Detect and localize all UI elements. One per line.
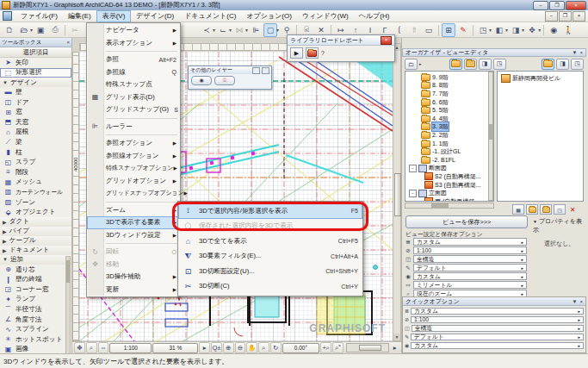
toolbox-close-icon[interactable]: × [66, 40, 70, 45]
layers-palette-button[interactable] [252, 67, 260, 74]
menuitem-elements-in-3d[interactable]: 3Dで表示する要素▶ [87, 216, 180, 229]
section-view-icon[interactable]: ◨ [509, 23, 523, 37]
properties-toggle[interactable]: ▼ プロパティを表示 [533, 217, 586, 234]
setting-row-penset[interactable]: ✎ デフォルト▸ [405, 264, 527, 271]
menu-help[interactable]: ヘルプ(H) [354, 10, 395, 22]
zoom-window-icon[interactable]: ⌕ [258, 342, 269, 353]
tool-slab[interactable]: ◱スラブ [0, 157, 71, 167]
submenuitem-3d-element-filter[interactable]: ⧨ 3D要素フィルタ(E)...Ctrl+Alt+A [178, 249, 362, 265]
lift-icon[interactable]: ⇑ [407, 23, 421, 37]
pen-icon[interactable]: ✎ [456, 23, 470, 37]
setting-row-layers[interactable]: ≣ カスタム▸ [405, 238, 527, 246]
tool-radial-dim[interactable]: ⌒半径寸法 [0, 304, 71, 315]
menuitem-grid-display[interactable]: ▦グリッド表示(D) [87, 91, 180, 104]
mdi-close-button[interactable]: × [573, 11, 585, 22]
group-more[interactable]: ▼追加 [0, 255, 71, 265]
library-palette-close-icon[interactable]: × [381, 36, 392, 45]
pan-hand-icon[interactable]: ✋ [246, 342, 257, 353]
menu-view[interactable]: 表示(V) [96, 10, 132, 22]
tool-lamp[interactable]: ✦ランプ [0, 295, 71, 305]
new-folder-button[interactable] [526, 204, 538, 215]
quick-options-collapse-icon[interactable]: ▼ [573, 299, 578, 304]
menuitem-reference-options[interactable]: 参照線オプション▶ [87, 150, 180, 163]
tool-column[interactable]: ▮柱 [0, 147, 71, 158]
fillet-icon[interactable]: ⊫ [249, 23, 263, 37]
save-folder-button[interactable] [540, 204, 552, 215]
menuitem-explore[interactable]: ✥移動 [87, 259, 180, 271]
group-cable[interactable]: ▶ケーブル [0, 236, 71, 246]
submenuitem-3d-cutaway[interactable]: ✂ 3D切断(C)Ctrl+Y [178, 279, 362, 295]
grid-snap-icon[interactable]: ⊞ [442, 23, 455, 37]
layer-show-button[interactable]: ◉ [191, 76, 212, 85]
tool-corner-window[interactable]: ◲コーナー窓 [0, 284, 71, 295]
menu-file[interactable]: ファイル(F) [15, 10, 63, 22]
organizer-close-icon[interactable]: × [579, 50, 583, 55]
layoutbook-tab-button[interactable] [464, 59, 477, 70]
settings-button[interactable]: ◳ [554, 204, 566, 215]
open-icon[interactable]: 🗁 [17, 23, 31, 37]
menuitem-grid-options[interactable]: グリッドオプション▶ [87, 175, 180, 188]
rotation-display[interactable]: 0.00° [282, 343, 320, 353]
plan-view-icon[interactable]: ◳ [476, 23, 490, 37]
zoom-plusminus-icon[interactable]: Q± [211, 342, 222, 353]
rotate-view-icon[interactable]: ↻ [270, 342, 282, 353]
title-bar[interactable]: 新静岡X7Y1 - Graphisoft ArchiCAD-64 13 DEMO… [0, 0, 588, 10]
tool-roof[interactable]: ⌂屋根 [0, 128, 71, 138]
tool-spline[interactable]: ∿スプライン [0, 324, 71, 334]
tool-wall-end[interactable]: ❙壁の終端 [0, 275, 71, 285]
tool-hotspot[interactable]: ✳ホットスポット [0, 334, 71, 345]
tool-mesh[interactable]: ▦メッシュ [0, 178, 71, 188]
right-publisher-tab-button[interactable]: ◳ [571, 59, 584, 70]
submenuitem-3d-cutting-planes[interactable]: ⊡ 3D切断面設定(U)...Ctrl+Shift+Y [178, 264, 362, 279]
tree-item[interactable]: -1. 設計GL [407, 147, 493, 156]
tree-item[interactable]: 西 (自動再構築... [407, 197, 493, 202]
menu-options[interactable]: オプション(O) [241, 10, 297, 22]
layer-lock-button[interactable]: ⚿ [214, 76, 235, 85]
quick-row-scale[interactable]: ⊘ 1:100▸ [405, 315, 584, 324]
adjust-icon[interactable]: ⌙ [216, 23, 230, 37]
quick-options-close-icon[interactable]: × [579, 299, 583, 304]
zoom-out-icon[interactable]: ⊖ [235, 342, 246, 353]
zoom-menu-arrow[interactable]: ▸ [199, 342, 210, 353]
walk-icon[interactable]: 🚶 [561, 23, 575, 37]
menu-window[interactable]: ウィンドウ(W) [297, 10, 354, 22]
scale-display[interactable]: 1:100 [109, 343, 152, 353]
quick-row-penset[interactable]: ✎ デフォルト▸ [405, 333, 584, 341]
tool-window[interactable]: ⊞窓 [0, 107, 71, 117]
tool-object[interactable]: ⬙オブジェクト [0, 207, 71, 217]
tool-wall[interactable]: ▬壁 [0, 87, 71, 97]
horizontal-scroll-thumb[interactable] [359, 345, 381, 351]
trim-icon[interactable]: ≺ [200, 23, 214, 37]
print-icon[interactable]: ⎙ [48, 23, 62, 37]
tree-item[interactable]: 9. 9階 [407, 73, 493, 82]
tree-item[interactable]: S2 (自動再構築... [407, 172, 493, 181]
project-chooser-button[interactable]: 🗀 [405, 59, 418, 70]
group-document[interactable]: ▶ドキュメント [0, 246, 71, 255]
organizer-collapse-icon[interactable]: ▼ [573, 50, 578, 55]
new-icon[interactable]: 🗋 [3, 23, 16, 37]
tree-item[interactable]: 2. 2階 [407, 131, 493, 140]
mdi-minimize-button[interactable]: − [545, 11, 558, 22]
publisher-icon[interactable]: ◉ [547, 23, 560, 37]
right-viewmap-tab-button[interactable] [542, 59, 554, 70]
menuitem-ruler[interactable]: ⊫ルーラー [87, 121, 180, 134]
project-root-item[interactable]: 新静岡再開発ビル [498, 72, 583, 83]
tool-stair[interactable]: ≡階段 [0, 167, 71, 178]
tree-item[interactable]: -2. B1FL [407, 156, 493, 165]
menuitem-trace-reference[interactable]: 参照線Q [87, 66, 180, 79]
delete-view-button[interactable]: ✕ [567, 205, 578, 214]
tool-beam[interactable]: ⟋梁 [0, 137, 71, 147]
box-icon[interactable]: ▭ [422, 23, 436, 37]
tree-item[interactable]: S3 (自動再構築... [407, 181, 493, 190]
move-icon[interactable]: ✥ [525, 23, 539, 37]
viewmap-tab-button[interactable] [449, 59, 462, 70]
tree-item[interactable]: 5. 5階 [407, 106, 493, 115]
view-3d-icon[interactable]: ◧ [492, 23, 506, 37]
menuitem-zoom[interactable]: ズーム▶ [87, 204, 180, 217]
zoom-page-icon[interactable]: ⌕ [86, 342, 97, 353]
toolbox-scrollbar[interactable] [65, 256, 71, 368]
tree-item[interactable]: 7. 7階 [407, 90, 493, 98]
horizontal-scrollbar[interactable] [346, 343, 389, 352]
tool-door[interactable]: ◫ドア [0, 97, 71, 108]
tool-curtainwall[interactable]: ▥カーテンウォール [0, 187, 71, 197]
